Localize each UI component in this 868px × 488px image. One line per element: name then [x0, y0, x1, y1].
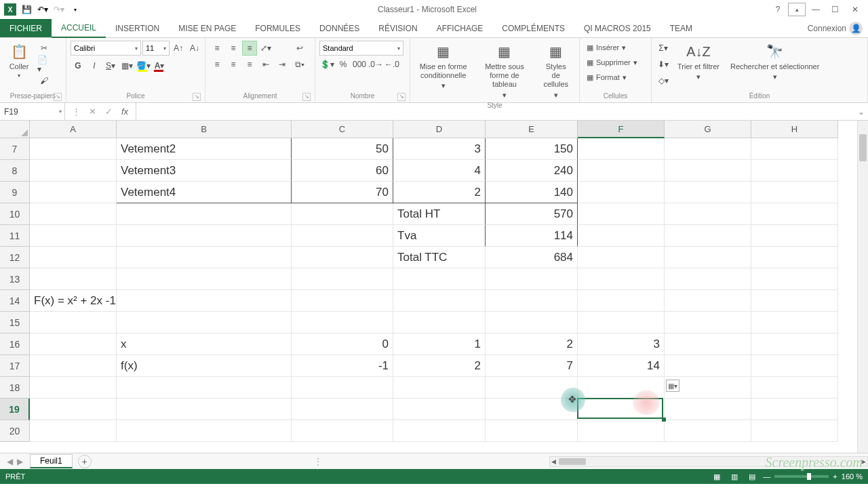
row-header-12[interactable]: 12 — [0, 247, 30, 268]
cell-A13[interactable] — [30, 268, 117, 290]
tab-r-vision[interactable]: RÉVISION — [369, 19, 427, 37]
tab-formules[interactable]: FORMULES — [245, 19, 310, 37]
font-launcher-icon[interactable]: ↘ — [193, 93, 201, 101]
cell-H19[interactable] — [751, 399, 838, 420]
cell-E10[interactable]: 570 — [486, 203, 578, 225]
cell-B10[interactable] — [117, 203, 292, 225]
cell-G17[interactable] — [665, 355, 751, 377]
cell-A17[interactable] — [30, 355, 117, 377]
cell-D12[interactable]: Total TTC — [393, 247, 486, 268]
cell-B19[interactable] — [117, 399, 292, 420]
cell-B17[interactable]: f(x) — [117, 355, 292, 377]
cell-H7[interactable] — [751, 138, 838, 160]
cell-G19[interactable] — [665, 399, 751, 420]
cell-G20[interactable] — [665, 420, 751, 442]
cell-E15[interactable] — [486, 312, 578, 333]
cell-F12[interactable] — [578, 247, 665, 268]
cell-G16[interactable] — [665, 333, 751, 355]
cell-C12[interactable] — [292, 247, 393, 268]
cell-H11[interactable] — [751, 225, 838, 247]
cell-C18[interactable] — [292, 377, 393, 399]
tab-compl-ments[interactable]: COMPLÉMENTS — [492, 19, 574, 37]
cell-G7[interactable] — [665, 138, 751, 160]
view-page-layout-icon[interactable]: ▥ — [728, 471, 741, 482]
cell-E7[interactable]: 150 — [486, 138, 578, 160]
alignment-launcher-icon[interactable]: ↘ — [302, 93, 311, 101]
cell-B11[interactable] — [117, 225, 292, 247]
cell-E9[interactable]: 140 — [486, 182, 578, 203]
column-header-B[interactable]: B — [117, 121, 292, 138]
number-launcher-icon[interactable]: ↘ — [397, 93, 406, 101]
bold-button[interactable]: G — [71, 58, 85, 73]
font-name-combo[interactable]: Calibri▾ — [71, 41, 141, 56]
cell-C13[interactable] — [292, 268, 393, 290]
clear-icon[interactable]: ◇▾ — [656, 73, 671, 88]
cell-F20[interactable] — [578, 420, 665, 442]
italic-button[interactable]: I — [87, 58, 102, 73]
find-select-button[interactable]: 🔭Rechercher et sélectionner▾ — [726, 41, 823, 83]
cell-D14[interactable] — [393, 290, 486, 312]
cell-B7[interactable]: Vetement2 — [117, 138, 292, 160]
autofill-options-button[interactable]: ▦▾ — [666, 380, 679, 392]
conditional-formatting-button[interactable]: ▦Mise en forme conditionnelle▾ — [414, 41, 472, 92]
cell-B14[interactable] — [117, 290, 292, 312]
cell-H16[interactable] — [751, 333, 838, 355]
cell-B20[interactable] — [117, 420, 292, 442]
border-button[interactable]: ▦▾ — [119, 58, 134, 73]
cell-D13[interactable] — [393, 268, 486, 290]
row-header-14[interactable]: 14 — [0, 290, 30, 312]
zoom-level[interactable]: 160 % — [842, 472, 863, 481]
cell-C11[interactable] — [292, 225, 393, 247]
number-format-combo[interactable]: Standard▾ — [319, 41, 403, 56]
fill-handle[interactable] — [662, 418, 666, 422]
enter-formula-icon[interactable]: ✓ — [102, 105, 115, 119]
cell-C7[interactable]: 50 — [292, 138, 393, 160]
cell-A19[interactable] — [30, 399, 117, 420]
expand-formula-bar-icon[interactable]: ⌄ — [854, 103, 868, 120]
cell-H15[interactable] — [751, 312, 838, 333]
tab-file[interactable]: FICHIER — [0, 19, 52, 37]
font-size-combo[interactable]: 11▾ — [142, 41, 170, 56]
delete-cells-button[interactable]: ▦ Supprimer ▾ — [584, 56, 640, 69]
cell-B9[interactable]: Vetement4 — [117, 182, 292, 203]
name-box[interactable]: F19▾ — [0, 103, 65, 120]
cell-F7[interactable] — [578, 138, 665, 160]
cell-H17[interactable] — [751, 355, 838, 377]
cell-E12[interactable]: 684 — [486, 247, 578, 268]
align-right-icon[interactable]: ≡ — [242, 57, 257, 72]
cell-G13[interactable] — [665, 268, 751, 290]
undo-icon[interactable]: ↶▾ — [35, 2, 50, 17]
cell-G10[interactable] — [665, 203, 751, 225]
cell-H9[interactable] — [751, 182, 838, 203]
cell-D17[interactable]: 2 — [393, 355, 486, 377]
align-center-icon[interactable]: ≡ — [226, 57, 241, 72]
align-middle-icon[interactable]: ≡ — [226, 41, 241, 56]
cell-E16[interactable]: 2 — [486, 333, 578, 355]
cell-A16[interactable] — [30, 333, 117, 355]
cell-D19[interactable] — [393, 399, 486, 420]
cell-D8[interactable]: 4 — [393, 160, 486, 182]
cell-B18[interactable] — [117, 377, 292, 399]
cell-E14[interactable] — [486, 290, 578, 312]
cell-A7[interactable] — [30, 138, 117, 160]
row-header-13[interactable]: 13 — [0, 268, 30, 290]
orientation-icon[interactable]: ⤢▾ — [258, 41, 273, 56]
row-header-11[interactable]: 11 — [0, 225, 30, 247]
row-header-9[interactable]: 9 — [0, 182, 30, 203]
cell-A9[interactable] — [30, 182, 117, 203]
font-color-button[interactable]: A▾ — [152, 58, 167, 73]
zoom-slider[interactable] — [774, 475, 829, 478]
column-header-H[interactable]: H — [751, 121, 838, 138]
help-icon[interactable]: ? — [769, 3, 787, 16]
add-sheet-button[interactable]: + — [78, 455, 92, 468]
cell-C15[interactable] — [292, 312, 393, 333]
cell-C19[interactable] — [292, 399, 393, 420]
cell-A18[interactable] — [30, 377, 117, 399]
cell-G11[interactable] — [665, 225, 751, 247]
cell-A15[interactable] — [30, 312, 117, 333]
ribbon-display-icon[interactable]: ▴ — [788, 3, 806, 16]
cell-H12[interactable] — [751, 247, 838, 268]
cell-C14[interactable] — [292, 290, 393, 312]
column-header-C[interactable]: C — [292, 121, 393, 138]
cell-H18[interactable] — [751, 377, 838, 399]
